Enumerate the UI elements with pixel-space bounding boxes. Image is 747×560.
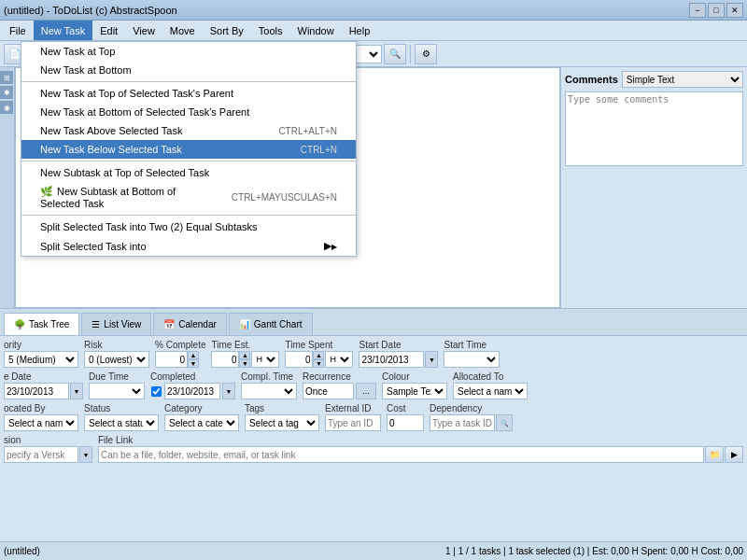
menu-view[interactable]: View (125, 21, 162, 40)
comments-type-select[interactable]: Simple Text HTML Markdown (622, 71, 743, 88)
titlebar-text: (untitled) - ToDoList (c) AbstractSpoon (4, 5, 177, 16)
search-go-btn[interactable]: 🔍 (384, 44, 406, 64)
menu-new-subtask-top[interactable]: New Subtask at Top of Selected Task (21, 163, 356, 182)
statusbar: (untitled) 1 | 1 / 1 tasks | 1 task sele… (0, 541, 747, 560)
close-button[interactable]: ✕ (726, 3, 743, 18)
menu-sort-by[interactable]: Sort By (203, 21, 251, 40)
allocated-to-select[interactable]: Select a name (453, 383, 528, 399)
percent-spinbox: ▲ ▼ (155, 351, 205, 368)
menu-new-subtask-top-label: New Subtask at Top of Selected Task (40, 167, 209, 178)
menu-window[interactable]: Window (290, 21, 342, 40)
time-spent-spin-down[interactable]: ▼ (313, 359, 324, 368)
menu-new-task-top[interactable]: New Task at Top (21, 42, 356, 61)
start-date-group: Start Date ▼ (359, 340, 438, 368)
menu-new-subtask-bottom[interactable]: 🌿New Subtask at Bottom of Selected Task … (21, 182, 356, 213)
menu-file[interactable]: File (2, 21, 34, 40)
file-link-browse-btn[interactable]: 📁 (705, 446, 724, 463)
time-est-unit-select[interactable]: H D W (251, 351, 279, 368)
toolbar-settings-btn[interactable]: ⚙ (415, 44, 437, 64)
menu-new-task-above-label: New Task Above Selected Task (40, 125, 182, 136)
category-label: Category (164, 403, 239, 413)
titlebar-buttons: − □ ✕ (689, 3, 743, 18)
time-spent-label: Time Spent (285, 340, 353, 350)
menu-new-task-bottom[interactable]: New Task at Bottom (21, 61, 356, 79)
tags-select[interactable]: Select a tag (245, 414, 319, 431)
statusbar-left: (untitled) (4, 546, 40, 556)
menu-edit[interactable]: Edit (92, 21, 125, 40)
version-dropdown[interactable]: ▼ (79, 446, 92, 463)
percent-input[interactable] (155, 351, 188, 368)
percent-spin-down[interactable]: ▼ (188, 359, 199, 368)
external-id-input[interactable] (325, 414, 381, 431)
tab-task-tree[interactable]: 🌳 Task Tree (4, 313, 79, 335)
tab-task-tree-label: Task Tree (29, 319, 69, 329)
menu-new-task-bottom-parent[interactable]: New Task at Bottom of Selected Task's Pa… (21, 103, 356, 121)
recurrence-input[interactable] (303, 383, 354, 399)
recurrence-edit-btn[interactable]: ... (356, 383, 376, 399)
time-est-input[interactable] (211, 351, 239, 368)
external-id-label: External ID (325, 403, 381, 413)
category-group: Category Select a categ... (164, 403, 239, 431)
cost-input[interactable] (387, 414, 424, 431)
percent-spin-up[interactable]: ▲ (188, 351, 199, 359)
completed-date-dropdown[interactable]: ▼ (222, 383, 235, 399)
minimize-button[interactable]: − (689, 3, 706, 18)
time-spent-spin-up[interactable]: ▲ (313, 351, 324, 359)
time-est-group: Time Est. ▲ ▼ H D W (211, 340, 279, 368)
menu-new-task[interactable]: New Task (34, 21, 92, 40)
menu-split-into[interactable]: Split Selected Task into ▶ (21, 236, 356, 256)
tab-gantt-chart[interactable]: 📊 Gantt Chart (229, 313, 313, 335)
maximize-button[interactable]: □ (708, 3, 725, 18)
left-sidebar: ⊞ ✱ ◉ (0, 67, 15, 308)
priority-select[interactable]: 5 (Medium) 1 (Lowest) 10 (Highest) (4, 351, 78, 368)
list-view-icon: ☰ (92, 319, 100, 329)
menu-tools[interactable]: Tools (251, 21, 290, 40)
file-link-input[interactable] (98, 446, 704, 463)
dependency-browse-btn[interactable]: 🔍 (496, 414, 513, 431)
completed-date-input[interactable] (164, 383, 220, 399)
status-select[interactable]: Select a status (84, 414, 159, 431)
time-spent-spinbox: ▲ ▼ (285, 351, 324, 368)
file-link-open-btn[interactable]: ▶ (725, 446, 743, 463)
time-est-spin-btns: ▲ ▼ (239, 351, 250, 368)
start-time-select[interactable] (444, 351, 500, 368)
due-date-dropdown[interactable]: ▼ (70, 383, 83, 399)
tags-label: Tags (245, 403, 319, 413)
time-est-spin-down[interactable]: ▼ (239, 359, 250, 368)
fields-row-4: sion ▼ File Link 📁 ▶ (4, 435, 743, 463)
tab-calendar[interactable]: 📅 Calendar (153, 313, 227, 335)
menu-move[interactable]: Move (162, 21, 203, 40)
sidebar-icon-3[interactable]: ◉ (0, 101, 13, 114)
time-est-spin-up[interactable]: ▲ (239, 351, 250, 359)
tab-list-view[interactable]: ☰ List View (81, 313, 151, 335)
percent-group: % Complete ▲ ▼ (155, 340, 205, 368)
menu-split-into-label: Split Selected Task into (40, 241, 147, 252)
completed-checkbox[interactable] (151, 385, 162, 396)
due-time-select[interactable] (89, 383, 145, 399)
time-spent-unit-select[interactable]: H D W (325, 351, 353, 368)
sidebar-icon-2[interactable]: ✱ (0, 86, 13, 99)
start-date-input[interactable] (359, 351, 424, 368)
risk-group: Risk 0 (Lowest) 1 2 (84, 340, 149, 368)
menu-help[interactable]: Help (342, 21, 378, 40)
menu-new-task-below[interactable]: New Task Below Selected Task CTRL+N (21, 140, 356, 159)
compl-time-select[interactable] (241, 383, 297, 399)
external-id-group: External ID (325, 403, 381, 431)
menu-new-task-above[interactable]: New Task Above Selected Task CTRL+ALT+N (21, 121, 356, 140)
fields-row-3: ocated By Select a name Status Select a … (4, 403, 743, 431)
time-est-label: Time Est. (211, 340, 279, 350)
colour-select[interactable]: Sample Text (382, 383, 447, 399)
risk-select[interactable]: 0 (Lowest) 1 2 (84, 351, 149, 368)
comments-textarea[interactable]: Type some comments (565, 91, 743, 166)
menu-split-two[interactable]: Split Selected Task into Two (2) Equal S… (21, 217, 356, 236)
allocated-by-select[interactable]: Select a name (4, 414, 78, 431)
start-date-dropdown[interactable]: ▼ (425, 351, 438, 368)
gantt-icon: 📊 (239, 319, 250, 329)
time-spent-input[interactable] (285, 351, 313, 368)
version-input[interactable] (4, 446, 78, 463)
due-date-input[interactable] (4, 383, 69, 399)
category-select[interactable]: Select a categ... (164, 414, 239, 431)
dependency-input[interactable] (430, 414, 495, 431)
sidebar-icon-1[interactable]: ⊞ (0, 71, 13, 84)
menu-new-task-top-parent[interactable]: New Task at Top of Selected Task's Paren… (21, 84, 356, 103)
